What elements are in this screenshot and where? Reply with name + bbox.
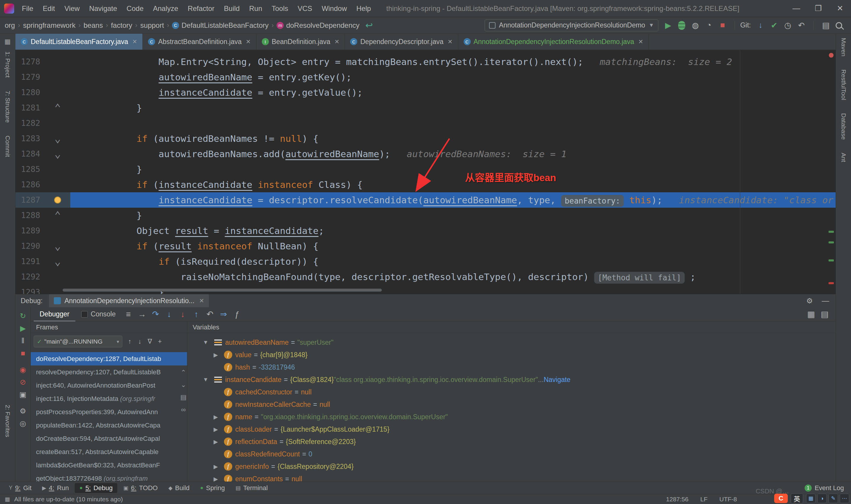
- variable-row[interactable]: ▶fname="org.xiaoge.thinking.in.spring.io…: [187, 411, 836, 423]
- ime-keyboard-icon[interactable]: ▦: [806, 494, 816, 503]
- breadcrumb-item-DefaultListableBeanFactory[interactable]: CDefaultListableBeanFactory: [172, 21, 269, 30]
- debug-settings-gear-icon[interactable]: ⚙: [807, 296, 813, 305]
- sidebar-item-favorites[interactable]: 2: Favorites: [4, 405, 11, 437]
- variable-row[interactable]: fnewInstanceCallerCache=null: [187, 398, 836, 411]
- stack-frame[interactable]: getObject:1837726498 (org.springfram: [31, 472, 187, 482]
- down-gutter-icon[interactable]: ⌄: [45, 146, 70, 162]
- breadcrumb-item-beans[interactable]: beans: [84, 21, 103, 30]
- line-number[interactable]: 1289: [15, 223, 45, 238]
- line-number[interactable]: 1288: [15, 208, 45, 223]
- close-button[interactable]: ✕: [829, 0, 851, 17]
- toolwindow-button-git[interactable]: Y9:Git: [4, 483, 36, 493]
- toolwindow-button-spring[interactable]: ●Spring: [195, 483, 229, 493]
- evaluate-expression-button[interactable]: ƒ: [230, 308, 244, 321]
- tab-BeanDefinition.java[interactable]: IBeanDefinition.java✕: [256, 34, 345, 50]
- rerun-button[interactable]: ↻: [17, 310, 30, 322]
- hamburger-menu-icon[interactable]: ≡: [122, 308, 135, 321]
- expander-icon[interactable]: ▶: [211, 426, 221, 433]
- down-gutter-icon[interactable]: ⌄: [45, 254, 70, 269]
- debug-button[interactable]: [675, 19, 688, 32]
- stack-frame[interactable]: postProcessProperties:399, AutowiredAnn: [31, 405, 187, 419]
- mute-breakpoints-button[interactable]: ⊘: [17, 376, 30, 388]
- horizontal-scrollbar[interactable]: [62, 289, 382, 292]
- ime-more-icon[interactable]: ⋯: [840, 494, 849, 503]
- vcs-change-mark[interactable]: [829, 231, 834, 233]
- menu-help[interactable]: Help: [351, 4, 376, 13]
- line-number[interactable]: 1292: [15, 269, 45, 285]
- thread-dump-button[interactable]: ▣: [17, 388, 30, 401]
- toolwindow-button-build[interactable]: ◆Build: [164, 483, 195, 493]
- debug-session-tab[interactable]: AnnotationDependencyInjectionResolutio..…: [49, 294, 209, 307]
- stack-frame[interactable]: doResolveDependency:1287, DefaultListab: [31, 352, 187, 365]
- add-watch-button[interactable]: +: [155, 337, 165, 346]
- drop-frame-button[interactable]: ↶: [203, 308, 217, 321]
- file-encoding[interactable]: UTF-8: [720, 496, 737, 503]
- tab-console[interactable]: Console: [75, 307, 122, 321]
- toolwindow-button-todo[interactable]: ▣6:TODO: [119, 483, 163, 493]
- line-number[interactable]: 1287: [15, 192, 45, 208]
- show-all-frames-icon[interactable]: ∞: [181, 406, 186, 414]
- stack-frame[interactable]: doCreateBean:594, AbstractAutowireCapal: [31, 432, 187, 445]
- line-number[interactable]: 1290: [15, 238, 45, 254]
- line-number[interactable]: 1286: [15, 177, 45, 192]
- sidebar-item-database[interactable]: Database: [840, 113, 847, 140]
- toolwindow-button-debug[interactable]: ●5:Debug: [75, 483, 117, 493]
- update-project-button[interactable]: ↓: [754, 19, 767, 32]
- expander-icon[interactable]: ▶: [211, 438, 221, 445]
- close-icon[interactable]: ✕: [132, 38, 137, 45]
- line-ending[interactable]: LF: [700, 496, 708, 503]
- step-out-button[interactable]: ↑: [189, 308, 203, 321]
- line-number[interactable]: 1280: [15, 85, 45, 100]
- close-icon[interactable]: ✕: [448, 38, 453, 45]
- pin-button[interactable]: ◎: [17, 417, 30, 430]
- tab-DefaultListableBeanFactory.java[interactable]: CDefaultListableBeanFactory.java✕: [15, 34, 143, 50]
- variable-row[interactable]: ▶fenumConstants=null: [187, 473, 836, 482]
- breadcrumb-item-doResolveDependency[interactable]: mdoResolveDependency: [276, 21, 359, 30]
- expander-icon[interactable]: ▼: [200, 376, 211, 383]
- menu-tools[interactable]: Tools: [267, 4, 293, 13]
- run-to-cursor-button[interactable]: ⇒: [217, 308, 230, 321]
- view-breakpoints-button[interactable]: ◉: [17, 363, 30, 376]
- tab-AbstractBeanDefinition.java[interactable]: CAbstractBeanDefinition.java✕: [143, 34, 256, 50]
- stop-button[interactable]: ■: [716, 19, 729, 32]
- close-icon[interactable]: ✕: [246, 38, 251, 45]
- copy-stack-icon[interactable]: ▤: [180, 394, 186, 401]
- layout-grid-button[interactable]: ▦: [804, 308, 818, 321]
- coverage-button[interactable]: ◍: [688, 19, 702, 32]
- intention-bulb-icon[interactable]: [54, 196, 61, 203]
- menu-run[interactable]: Run: [245, 4, 267, 13]
- bulb-gutter-icon[interactable]: [45, 192, 70, 208]
- sidebar-item-maven[interactable]: Maven: [840, 38, 847, 56]
- ime-pen-icon[interactable]: ✎: [829, 494, 838, 503]
- code-editor[interactable]: 1278 Map.Entry<String, Object> entry = m…: [15, 50, 836, 294]
- variable-row[interactable]: ▶fgenericInfo={ClassRepository@2204}: [187, 460, 836, 473]
- line-number[interactable]: 1282: [15, 115, 45, 131]
- variable-row[interactable]: fcachedConstructor=null: [187, 386, 836, 398]
- up-gutter-icon[interactable]: ⌃: [45, 100, 70, 115]
- close-icon[interactable]: ✕: [199, 297, 204, 304]
- history-button[interactable]: ◷: [781, 19, 795, 32]
- menu-window[interactable]: Window: [317, 4, 351, 13]
- expander-icon[interactable]: ▶: [211, 475, 221, 482]
- toolwindow-button-run[interactable]: ▶4:Run: [38, 483, 74, 493]
- run-configuration-select[interactable]: AnnotationDependencyInjectionResolutionD…: [485, 19, 659, 31]
- minimize-button[interactable]: —: [785, 0, 807, 17]
- line-number[interactable]: 1283: [15, 131, 45, 146]
- show-execution-point-button[interactable]: →: [135, 308, 149, 321]
- stack-frame[interactable]: inject:640, AutowiredAnnotationBeanPost: [31, 379, 187, 392]
- close-icon[interactable]: ✕: [334, 38, 340, 45]
- stack-frame[interactable]: resolveDependency:1207, DefaultListableB: [31, 365, 187, 379]
- toolwindow-toggle-icon[interactable]: ▦: [5, 496, 10, 503]
- pause-button[interactable]: ‖: [17, 335, 30, 347]
- caret-position[interactable]: 1287:56: [666, 496, 688, 503]
- close-icon[interactable]: ✕: [638, 38, 643, 45]
- error-mark[interactable]: [829, 282, 834, 284]
- next-frame-button[interactable]: ↓: [135, 337, 145, 346]
- up-gutter-icon[interactable]: ⌃: [45, 208, 70, 223]
- sidebar-item-restfultool[interactable]: RestfulTool: [840, 69, 847, 100]
- menu-navigate[interactable]: Navigate: [85, 4, 122, 13]
- maximize-button[interactable]: ❐: [807, 0, 829, 17]
- variable-row[interactable]: ▶freflectionData={SoftReference@2203}: [187, 435, 836, 448]
- stack-frame[interactable]: lambda$doGetBean$0:323, AbstractBeanF: [31, 458, 187, 472]
- breadcrumb-item-support[interactable]: support: [140, 21, 164, 30]
